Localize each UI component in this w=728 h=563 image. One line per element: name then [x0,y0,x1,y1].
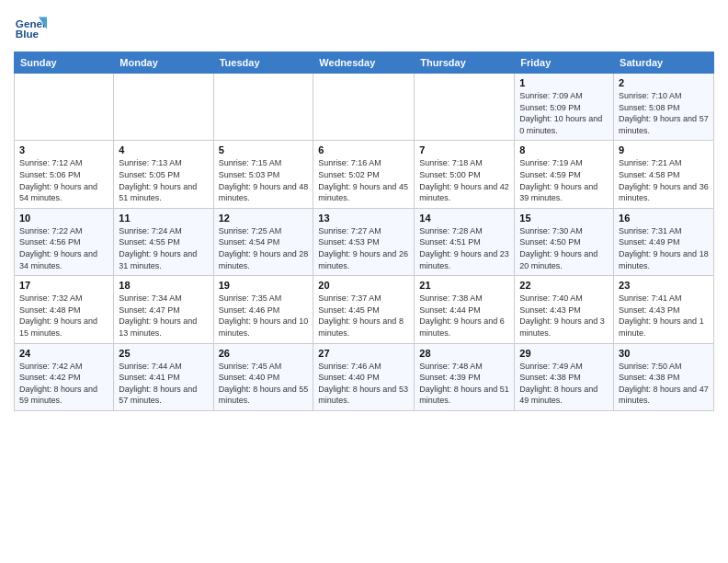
header: General Blue [14,9,714,46]
calendar-cell: 27Sunrise: 7:46 AM Sunset: 4:40 PM Dayli… [313,343,415,410]
day-info: Sunrise: 7:38 AM Sunset: 4:44 PM Dayligh… [419,293,509,339]
page: General Blue SundayMondayTuesdayWednesda… [0,0,728,420]
calendar-cell: 17Sunrise: 7:32 AM Sunset: 4:48 PM Dayli… [15,276,114,343]
day-number: 26 [219,348,309,359]
col-header-monday: Monday [114,52,213,74]
day-number: 18 [119,280,208,291]
calendar-cell: 14Sunrise: 7:28 AM Sunset: 4:51 PM Dayli… [415,208,515,275]
logo: General Blue [14,13,51,46]
day-info: Sunrise: 7:42 AM Sunset: 4:42 PM Dayligh… [19,361,108,407]
calendar-cell: 15Sunrise: 7:30 AM Sunset: 4:50 PM Dayli… [515,208,614,275]
calendar-week-5: 24Sunrise: 7:42 AM Sunset: 4:42 PM Dayli… [15,343,714,410]
day-number: 3 [19,144,108,155]
day-info: Sunrise: 7:18 AM Sunset: 5:00 PM Dayligh… [419,157,509,203]
day-info: Sunrise: 7:49 AM Sunset: 4:38 PM Dayligh… [519,361,609,407]
calendar-cell: 6Sunrise: 7:16 AM Sunset: 5:02 PM Daylig… [313,141,415,208]
day-info: Sunrise: 7:31 AM Sunset: 4:49 PM Dayligh… [619,225,709,271]
calendar-cell: 25Sunrise: 7:44 AM Sunset: 4:41 PM Dayli… [114,343,213,410]
day-info: Sunrise: 7:22 AM Sunset: 4:56 PM Dayligh… [19,225,108,271]
day-info: Sunrise: 7:28 AM Sunset: 4:51 PM Dayligh… [419,225,509,271]
calendar-cell [15,74,114,141]
calendar-cell: 2Sunrise: 7:10 AM Sunset: 5:08 PM Daylig… [614,74,714,141]
logo-icon: General Blue [14,13,47,46]
day-info: Sunrise: 7:19 AM Sunset: 4:59 PM Dayligh… [519,157,609,203]
calendar-cell: 30Sunrise: 7:50 AM Sunset: 4:38 PM Dayli… [614,343,714,410]
day-info: Sunrise: 7:37 AM Sunset: 4:45 PM Dayligh… [318,293,409,339]
col-header-tuesday: Tuesday [213,52,313,74]
day-info: Sunrise: 7:09 AM Sunset: 5:09 PM Dayligh… [519,90,609,136]
calendar-cell: 23Sunrise: 7:41 AM Sunset: 4:43 PM Dayli… [614,276,714,343]
day-number: 2 [619,77,709,88]
day-number: 1 [519,77,609,88]
calendar-header-row: SundayMondayTuesdayWednesdayThursdayFrid… [15,52,714,74]
day-number: 19 [219,280,309,291]
day-number: 27 [318,348,409,359]
day-number: 21 [419,280,509,291]
calendar-cell: 10Sunrise: 7:22 AM Sunset: 4:56 PM Dayli… [15,208,114,275]
day-number: 25 [119,348,208,359]
calendar-cell: 3Sunrise: 7:12 AM Sunset: 5:06 PM Daylig… [15,141,114,208]
day-number: 6 [318,144,409,155]
day-info: Sunrise: 7:13 AM Sunset: 5:05 PM Dayligh… [119,157,208,203]
calendar-cell [313,74,415,141]
day-number: 9 [619,144,709,155]
day-info: Sunrise: 7:35 AM Sunset: 4:46 PM Dayligh… [219,293,309,339]
calendar-cell [114,74,213,141]
calendar-cell: 4Sunrise: 7:13 AM Sunset: 5:05 PM Daylig… [114,141,213,208]
col-header-thursday: Thursday [415,52,515,74]
calendar-cell: 26Sunrise: 7:45 AM Sunset: 4:40 PM Dayli… [213,343,313,410]
day-info: Sunrise: 7:12 AM Sunset: 5:06 PM Dayligh… [19,157,108,203]
calendar-cell: 18Sunrise: 7:34 AM Sunset: 4:47 PM Dayli… [114,276,213,343]
calendar-cell: 7Sunrise: 7:18 AM Sunset: 5:00 PM Daylig… [415,141,515,208]
calendar-cell [415,74,515,141]
calendar-cell: 9Sunrise: 7:21 AM Sunset: 4:58 PM Daylig… [614,141,714,208]
calendar-cell: 22Sunrise: 7:40 AM Sunset: 4:43 PM Dayli… [515,276,614,343]
day-info: Sunrise: 7:46 AM Sunset: 4:40 PM Dayligh… [318,361,409,407]
day-number: 13 [318,213,409,224]
day-number: 4 [119,144,208,155]
day-number: 28 [419,348,509,359]
calendar-week-2: 3Sunrise: 7:12 AM Sunset: 5:06 PM Daylig… [15,141,714,208]
day-info: Sunrise: 7:16 AM Sunset: 5:02 PM Dayligh… [318,157,409,203]
day-info: Sunrise: 7:40 AM Sunset: 4:43 PM Dayligh… [519,293,609,339]
day-number: 17 [19,280,108,291]
calendar-cell: 20Sunrise: 7:37 AM Sunset: 4:45 PM Dayli… [313,276,415,343]
day-number: 15 [519,213,609,224]
calendar-week-1: 1Sunrise: 7:09 AM Sunset: 5:09 PM Daylig… [15,74,714,141]
calendar-cell: 21Sunrise: 7:38 AM Sunset: 4:44 PM Dayli… [415,276,515,343]
day-number: 22 [519,280,609,291]
calendar-cell: 1Sunrise: 7:09 AM Sunset: 5:09 PM Daylig… [515,74,614,141]
day-number: 11 [119,213,208,224]
calendar-cell: 24Sunrise: 7:42 AM Sunset: 4:42 PM Dayli… [15,343,114,410]
day-info: Sunrise: 7:44 AM Sunset: 4:41 PM Dayligh… [119,361,208,407]
day-number: 14 [419,213,509,224]
day-number: 5 [219,144,309,155]
day-number: 8 [519,144,609,155]
calendar-cell: 11Sunrise: 7:24 AM Sunset: 4:55 PM Dayli… [114,208,213,275]
day-number: 23 [619,280,709,291]
day-info: Sunrise: 7:32 AM Sunset: 4:48 PM Dayligh… [19,293,108,339]
calendar-week-4: 17Sunrise: 7:32 AM Sunset: 4:48 PM Dayli… [15,276,714,343]
calendar-cell: 13Sunrise: 7:27 AM Sunset: 4:53 PM Dayli… [313,208,415,275]
calendar-cell: 28Sunrise: 7:48 AM Sunset: 4:39 PM Dayli… [415,343,515,410]
day-info: Sunrise: 7:30 AM Sunset: 4:50 PM Dayligh… [519,225,609,271]
day-info: Sunrise: 7:27 AM Sunset: 4:53 PM Dayligh… [318,225,409,271]
calendar-cell: 5Sunrise: 7:15 AM Sunset: 5:03 PM Daylig… [213,141,313,208]
day-number: 29 [519,348,609,359]
col-header-friday: Friday [515,52,614,74]
day-number: 7 [419,144,509,155]
day-number: 10 [19,213,108,224]
day-number: 16 [619,213,709,224]
day-number: 20 [318,280,409,291]
day-info: Sunrise: 7:34 AM Sunset: 4:47 PM Dayligh… [119,293,208,339]
calendar-cell [213,74,313,141]
calendar: SundayMondayTuesdayWednesdayThursdayFrid… [14,52,714,411]
day-info: Sunrise: 7:48 AM Sunset: 4:39 PM Dayligh… [419,361,509,407]
col-header-wednesday: Wednesday [313,52,415,74]
day-info: Sunrise: 7:15 AM Sunset: 5:03 PM Dayligh… [219,157,309,203]
calendar-week-3: 10Sunrise: 7:22 AM Sunset: 4:56 PM Dayli… [15,208,714,275]
day-info: Sunrise: 7:50 AM Sunset: 4:38 PM Dayligh… [619,361,709,407]
day-info: Sunrise: 7:25 AM Sunset: 4:54 PM Dayligh… [219,225,309,271]
day-info: Sunrise: 7:41 AM Sunset: 4:43 PM Dayligh… [619,293,709,339]
calendar-cell: 8Sunrise: 7:19 AM Sunset: 4:59 PM Daylig… [515,141,614,208]
